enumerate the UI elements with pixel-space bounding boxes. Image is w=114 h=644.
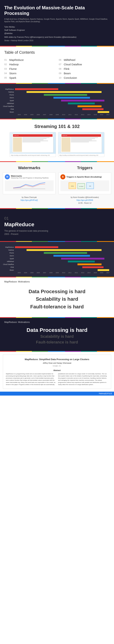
toc-item-07[interactable]: 07 Cloud Dataflow	[59, 63, 110, 66]
chart-row-millwheel: MillWheel	[3, 102, 111, 104]
article-card-2[interactable]: oreilly.com http://oreilly.com/ideas/the…	[58, 132, 104, 157]
paper-title: MapReduce: Simplified Data Processing on…	[6, 358, 108, 361]
chart-row-spark: Spark	[3, 258, 111, 260]
chart-bar-wrap	[15, 108, 111, 110]
triggers-byline: by Kenn Knowles (@KennKnowles) https://g…	[58, 196, 111, 204]
toc-item-06[interactable]: 06 MillWheel	[59, 58, 110, 62]
svg-text:early: early	[71, 186, 74, 187]
chart-bar-wrap	[15, 91, 111, 93]
axis-year: 2009	[54, 114, 60, 116]
watermarks-card-title: Watermarks	[11, 175, 49, 177]
article-card-1[interactable]: oreilly.com http://oreilly.com/ideas/the…	[10, 132, 56, 157]
chart-label: MillWheel	[3, 260, 15, 262]
toc-item-08[interactable]: 08 Flink	[59, 67, 110, 70]
watermarks-card: W Watermarks Measuring Time and Progress…	[3, 172, 56, 194]
motiv1-item-3: Fault-tolerance is hard	[4, 304, 110, 310]
chart-bar	[54, 255, 90, 257]
chart-bar-wrap	[15, 111, 111, 113]
toc-item-10[interactable]: 10 Conclusion	[59, 76, 110, 79]
toc-item-03[interactable]: 03 Flume	[4, 67, 55, 70]
axis-year: 2012	[73, 272, 79, 274]
toc-grid: 01 MapReduce 06 MillWheel 02 Hadoop 07 C…	[4, 58, 110, 79]
chart-row-mapreduce: MapReduce	[3, 88, 111, 90]
chart-row-hadoop: Hadoop	[3, 91, 111, 93]
chart-axis: 2003200420052006200720082009201020112012…	[16, 272, 111, 274]
axis-year: 2009	[54, 272, 60, 274]
watermarks-byline-url[interactable]: https://goo.gl/K4FnqQ	[3, 199, 56, 202]
motiv2-dimmed-2: Fault-tolerance is hard	[4, 340, 110, 344]
chart-bar-wrap	[15, 246, 111, 248]
chart-label: Hadoop	[3, 91, 15, 93]
chart-label: Beam	[3, 269, 15, 271]
article-2-image: oreilly.com	[58, 132, 104, 154]
chart-bar-wrap	[15, 258, 111, 260]
chart-bar-wrap	[15, 252, 111, 254]
wt-section: Watermarks W Watermarks Measuring Time a…	[0, 162, 114, 208]
mapreduce-title: MapReduce	[4, 222, 110, 228]
streaming-heading: Streaming 101 & 102	[3, 124, 111, 129]
toc-item-05[interactable]: 05 Spark	[4, 76, 55, 79]
chart-label: Flink	[3, 266, 15, 268]
author-title: Staff Software Engineer	[4, 29, 110, 32]
mapreduce-years: 2003 - Present	[4, 232, 110, 236]
chart-row-flume: Flume	[3, 94, 111, 96]
event: Strata + Hadoop World London 2016	[4, 40, 110, 42]
toc-num-07: 07	[59, 63, 62, 66]
toc-item-01[interactable]: 01 MapReduce	[4, 58, 55, 62]
triggers-col: Triggers B Triggers in Apache Beam (Incu…	[58, 166, 111, 204]
chart-bar-wrap	[15, 255, 111, 257]
chart-label: MapReduce	[3, 88, 15, 90]
svg-text:on-time: on-time	[79, 186, 83, 187]
chart-section-1: MapReduceHadoopFlumeStormSparkMillWheelC…	[0, 84, 114, 119]
watermarks-icon: W	[5, 174, 10, 179]
axis-year: 2005	[29, 272, 35, 274]
author-name: Tyler Akidau	[4, 26, 110, 29]
chart-bar-wrap	[15, 88, 111, 90]
toc-label-02: Hadoop	[9, 63, 19, 66]
motiv1-item-1: Data Processing is hard	[4, 288, 110, 295]
chart-label: Flink	[3, 108, 15, 110]
toc-item-02[interactable]: 02 Hadoop	[4, 63, 55, 66]
chart-bar	[61, 258, 104, 260]
motiv2-heading: MapReduce: Motivations	[4, 321, 110, 324]
motivations2-section: MapReduce: Motivations Data Processing i…	[0, 318, 114, 351]
toc-num-02: 02	[4, 63, 8, 66]
author-handle: @takidau	[4, 32, 110, 35]
axis-year: 2012	[73, 114, 79, 116]
toc-label-04: Storm	[9, 72, 16, 75]
chart-bar	[15, 246, 58, 248]
chart-label: Storm	[3, 97, 15, 98]
chart-row-storm: Storm	[3, 255, 111, 257]
watermarks-byline: by Slava Chernyak https://goo.gl/K4FnqQ	[3, 196, 56, 202]
chart-row-flume: Flume	[3, 252, 111, 254]
toc-label-05: Spark	[9, 76, 16, 79]
motiv1-item-2: Scalability is hard	[4, 296, 110, 302]
wt-grid: Watermarks W Watermarks Measuring Time a…	[3, 166, 111, 204]
toc-item-04[interactable]: 04 Storm	[4, 72, 55, 75]
axis-year: 2010	[60, 272, 67, 274]
axis-year: 2017	[105, 114, 111, 116]
axis-year: 2015	[92, 114, 99, 116]
chart-bar	[61, 100, 104, 102]
chart1-container: MapReduceHadoopFlumeStormSparkMillWheelC…	[3, 87, 111, 117]
chart-label: MillWheel	[3, 102, 15, 104]
chart2-container: MapReduceHadoopFlumeStormSparkMillWheelC…	[3, 245, 111, 275]
toc-num-06: 06	[59, 58, 62, 61]
toc-label-07: Cloud Dataflow	[64, 63, 82, 66]
chart-bar	[98, 269, 109, 271]
chart-bar-wrap	[15, 266, 111, 268]
mapreduce-num: 01	[4, 216, 110, 221]
axis-year: 2004	[22, 272, 29, 274]
toc-item-09[interactable]: 09 Beam	[59, 72, 110, 75]
motiv2-dimmed-1: Scalability is hard	[4, 334, 110, 339]
axis-year: 2008	[48, 272, 54, 274]
toc-label-03: Flume	[9, 67, 17, 70]
paper-preview: MapReduce: Simplified Data Processing on…	[3, 354, 111, 389]
paper-section: MapReduce: Simplified Data Processing on…	[0, 352, 114, 392]
chart-label: MapReduce	[3, 246, 15, 248]
toc-num-01: 01	[4, 58, 8, 61]
axis-year: 2015	[92, 272, 99, 274]
title-slide: The Evolution of Massive-Scale Data Proc…	[0, 0, 114, 46]
triggers-byline-url[interactable]: https://goo.gl/U29Hi6	[58, 199, 111, 202]
axis-year: 2006	[35, 272, 42, 274]
